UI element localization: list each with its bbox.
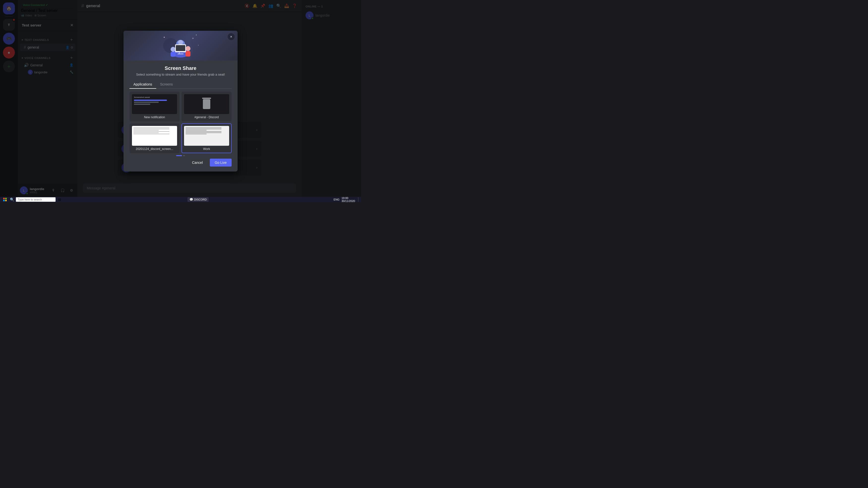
app-thumb-file	[132, 126, 177, 146]
search-taskbar-icon[interactable]: 🔍	[9, 197, 15, 202]
modal-actions: Cancel Go Live	[129, 158, 231, 167]
app-label-file: 20201124_discord_screen...	[132, 147, 177, 151]
svg-rect-20	[5, 200, 7, 201]
svg-rect-10	[170, 52, 176, 57]
screen-share-modal: ✦ ✦ ● ✦ × Screen Share Se	[124, 31, 238, 171]
taskbar-center: 💬 DISCORD	[62, 197, 334, 202]
show-desktop-btn[interactable]	[358, 197, 359, 202]
svg-text:●: ●	[198, 44, 199, 46]
app-thumb-notification: Screenshot saved	[132, 94, 177, 114]
svg-rect-18	[5, 198, 7, 199]
app-label-discord: #general - Discord	[184, 116, 229, 119]
svg-text:✦: ✦	[195, 34, 197, 36]
modal-body: Screen Share Select something to stream …	[124, 61, 238, 171]
svg-point-11	[186, 46, 190, 51]
modal-overlay[interactable]: ✦ ✦ ● ✦ × Screen Share Se	[0, 0, 361, 202]
taskbar: 🔍 ⊞ 💬 DISCORD ENG 19:00 30/11/2020	[0, 197, 361, 202]
taskbar-lang: ENG	[334, 198, 340, 201]
scroll-dot-1	[176, 155, 182, 156]
svg-rect-12	[186, 51, 190, 57]
discord-taskbar-icon: 💬	[189, 198, 193, 201]
svg-point-4	[178, 40, 183, 45]
scroll-indicator	[129, 155, 231, 156]
app-label-notification: New notification	[132, 116, 177, 119]
app-label-work: Work	[184, 147, 229, 151]
svg-text:✦: ✦	[163, 36, 165, 39]
modal-title: Screen Share	[129, 65, 231, 71]
notif-bar-1	[134, 100, 167, 101]
cancel-button[interactable]: Cancel	[187, 159, 208, 167]
svg-rect-19	[3, 200, 5, 201]
svg-rect-14	[176, 45, 185, 51]
taskbar-right: ENG 19:00 30/11/2020	[334, 197, 359, 202]
app-card-work[interactable]: Work	[182, 123, 231, 153]
taskbar-time-date: 19:00 30/11/2020	[341, 197, 355, 202]
tab-applications[interactable]: Applications	[129, 80, 156, 89]
notif-bar-3	[134, 104, 150, 105]
modal-close-button[interactable]: ×	[228, 33, 235, 40]
start-button[interactable]	[2, 197, 8, 202]
scroll-dot-2	[183, 155, 185, 156]
svg-text:✦: ✦	[192, 37, 194, 40]
app-card-new-notification[interactable]: Screenshot saved New notification	[129, 92, 180, 122]
go-live-button[interactable]: Go Live	[210, 159, 231, 167]
modal-tabs: Applications Screens	[129, 80, 231, 89]
task-view-button[interactable]: ⊞	[57, 197, 62, 202]
app-card-discord[interactable]: #general - Discord	[182, 92, 231, 122]
app-thumb-work	[184, 126, 229, 146]
modal-illustration: ✦ ✦ ● ✦ ×	[124, 31, 238, 61]
tab-screens[interactable]: Screens	[156, 80, 177, 89]
app-grid: Screenshot saved New notification	[129, 92, 231, 153]
app-thumb-discord	[184, 94, 229, 114]
svg-point-9	[170, 47, 176, 52]
svg-rect-16	[178, 54, 184, 54]
svg-rect-17	[3, 198, 5, 199]
modal-subtitle: Select something to stream and have your…	[129, 73, 231, 76]
taskbar-start: 🔍 ⊞	[2, 197, 62, 202]
app-card-file[interactable]: 20201124_discord_screen...	[129, 123, 180, 153]
trash-icon	[203, 99, 210, 109]
taskbar-search-input[interactable]	[16, 197, 56, 202]
notif-bar-2	[134, 102, 159, 103]
discord-taskbar-app[interactable]: 💬 DISCORD	[187, 197, 209, 202]
